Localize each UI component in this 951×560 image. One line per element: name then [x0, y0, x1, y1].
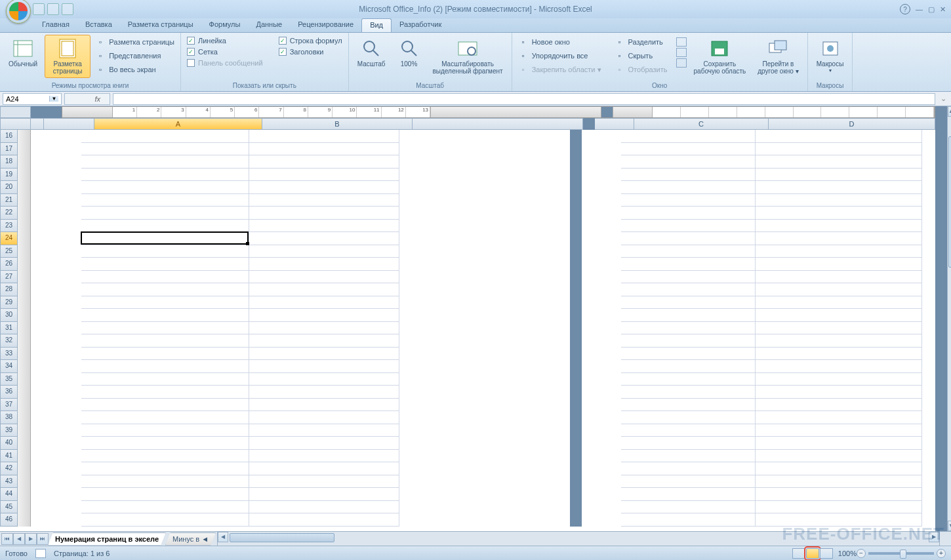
cell-B38[interactable]	[249, 411, 399, 424]
cell-C22[interactable]	[621, 207, 756, 220]
cell-B18[interactable]	[249, 155, 399, 169]
cell-B44[interactable]	[249, 488, 399, 501]
cell-B24[interactable]	[249, 232, 399, 245]
cell-D32[interactable]	[756, 334, 922, 348]
cell-A46[interactable]	[81, 513, 249, 527]
row-header-19[interactable]: 19	[0, 169, 18, 182]
row-header-32[interactable]: 32	[0, 334, 18, 348]
cell-B46[interactable]	[249, 513, 399, 527]
sheet-tab[interactable]: Минус в ◄	[165, 532, 216, 546]
cell-B37[interactable]	[249, 399, 399, 412]
view-normal-button[interactable]: Обычный	[4, 35, 42, 71]
cell-D29[interactable]	[756, 296, 922, 310]
cell-C24[interactable]	[621, 232, 756, 245]
cell-B28[interactable]	[249, 283, 399, 296]
maximize-icon[interactable]: ▢	[928, 5, 935, 14]
col-header-A[interactable]: A	[94, 118, 262, 130]
row-header-38[interactable]: 38	[0, 411, 18, 424]
cell-A38[interactable]	[81, 411, 249, 424]
zoom-selection-button[interactable]: Масштабировать выделенный фрагмент	[428, 35, 508, 78]
cell-C36[interactable]	[621, 386, 756, 399]
scroll-down-icon[interactable]: ▼	[948, 521, 951, 531]
row-header-31[interactable]: 31	[0, 322, 18, 335]
row-header-30[interactable]: 30	[0, 309, 18, 322]
cell-C26[interactable]	[621, 258, 756, 271]
cell-A21[interactable]	[81, 194, 249, 207]
cell-A25[interactable]	[81, 245, 249, 258]
view-item-1[interactable]: ▫Представления	[93, 50, 176, 62]
cell-B33[interactable]	[249, 348, 399, 361]
cell-B19[interactable]	[249, 169, 399, 182]
cell-C35[interactable]	[621, 373, 756, 386]
cell-C34[interactable]	[621, 360, 756, 373]
cell-A19[interactable]	[81, 169, 249, 182]
cell-B29[interactable]	[249, 296, 399, 310]
cell-A23[interactable]	[81, 220, 249, 233]
zoom-slider[interactable]	[868, 552, 934, 555]
view-page-break-icon[interactable]	[820, 548, 833, 559]
row-header-24[interactable]: 24	[0, 232, 18, 245]
cell-B23[interactable]	[249, 220, 399, 233]
cell-B17[interactable]	[249, 143, 399, 156]
cell-C40[interactable]	[621, 437, 756, 450]
select-all-corner[interactable]	[0, 118, 31, 130]
win-item-Разделить[interactable]: ▫Разделить	[613, 36, 670, 48]
formula-input[interactable]	[113, 93, 935, 105]
cell-D22[interactable]	[756, 207, 922, 220]
view-page-layout-button[interactable]: Разметка страницы	[45, 35, 91, 78]
row-header-39[interactable]: 39	[0, 424, 18, 437]
cell-A37[interactable]	[81, 399, 249, 412]
cell-A36[interactable]	[81, 386, 249, 399]
cell-D23[interactable]	[756, 220, 922, 233]
row-header-16[interactable]: 16	[0, 130, 18, 143]
fx-icon[interactable]: fx	[91, 95, 104, 103]
cell-A28[interactable]	[81, 283, 249, 296]
cell-C46[interactable]	[621, 513, 756, 527]
tab-nav-last-icon[interactable]: ⏭	[37, 533, 49, 545]
row-header-17[interactable]: 17	[0, 143, 18, 156]
cell-D44[interactable]	[756, 488, 922, 501]
cell-C39[interactable]	[621, 424, 756, 437]
cell-B25[interactable]	[249, 245, 399, 258]
cell-C44[interactable]	[621, 488, 756, 501]
horizontal-ruler[interactable]: 12345678910111213	[62, 106, 935, 118]
cell-C43[interactable]	[621, 475, 756, 489]
cell-D26[interactable]	[756, 258, 922, 271]
cell-C45[interactable]	[621, 501, 756, 514]
cell-D27[interactable]	[756, 271, 922, 284]
cell-C25[interactable]	[621, 245, 756, 258]
row-header-21[interactable]: 21	[0, 194, 18, 207]
cell-D34[interactable]	[756, 360, 922, 373]
cell-C38[interactable]	[621, 411, 756, 424]
macros-button[interactable]: Макросы▾	[812, 35, 849, 77]
cell-D37[interactable]	[756, 399, 922, 412]
cell-D31[interactable]	[756, 322, 922, 335]
cell-A30[interactable]	[81, 309, 249, 322]
cell-B22[interactable]	[249, 207, 399, 220]
cell-D39[interactable]	[756, 424, 922, 437]
save-workspace-button[interactable]: Сохранить рабочую область	[689, 35, 751, 78]
win-item-Упорядочить все[interactable]: ▫Упорядочить все	[516, 50, 603, 62]
view-item-0[interactable]: ▫Разметка страницы	[93, 36, 176, 48]
cell-D25[interactable]	[756, 245, 922, 258]
cell-B20[interactable]	[249, 181, 399, 194]
cell-C21[interactable]	[621, 194, 756, 207]
cell-A29[interactable]	[81, 296, 249, 310]
cell-D24[interactable]	[756, 232, 922, 245]
cell-D40[interactable]	[756, 437, 922, 450]
cell-B21[interactable]	[249, 194, 399, 207]
check-Панель сообщений[interactable]: Панель сообщений	[185, 58, 265, 68]
cell-C19[interactable]	[621, 169, 756, 182]
cell-D21[interactable]	[756, 194, 922, 207]
row-header-41[interactable]: 41	[0, 450, 18, 463]
cell-B42[interactable]	[249, 462, 399, 475]
check-Сетка[interactable]: Сетка	[185, 47, 265, 56]
cell-B43[interactable]	[249, 475, 399, 489]
qat-save-icon[interactable]	[33, 3, 45, 15]
cell-C29[interactable]	[621, 296, 756, 310]
cell-A33[interactable]	[81, 348, 249, 361]
scroll-left-icon[interactable]: ◀	[218, 532, 228, 542]
col-header-C[interactable]: C	[634, 118, 769, 130]
scroll-up-icon[interactable]: ▲	[948, 106, 951, 117]
row-header-26[interactable]: 26	[0, 258, 18, 271]
